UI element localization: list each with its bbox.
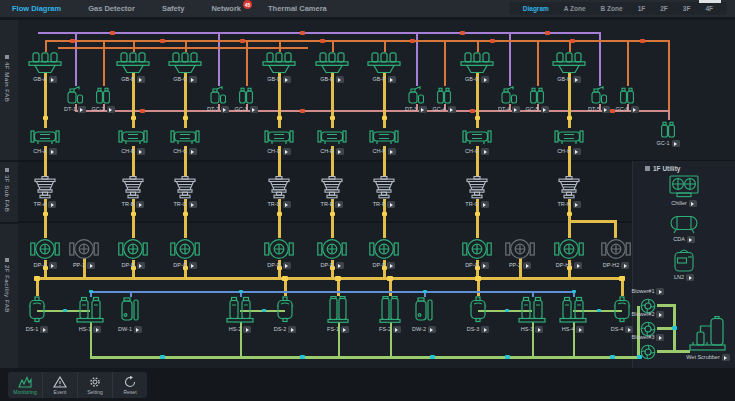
equipment-label-text: DP-E: [320, 263, 333, 269]
ds-3-open-button[interactable]: [481, 326, 489, 333]
nav-item-flow-diagram[interactable]: Flow Diagram: [12, 4, 61, 13]
equipment-label-text: CH-F: [372, 149, 385, 155]
tr-d-open-button[interactable]: [283, 201, 291, 208]
setting-button[interactable]: Setting: [78, 372, 113, 398]
gc-4-open-button[interactable]: [448, 106, 456, 113]
gb-a-open-button[interactable]: [49, 76, 57, 83]
ch-b-open-button[interactable]: [137, 148, 145, 155]
dw-1-open-button[interactable]: [134, 326, 142, 333]
chiller-open-button[interactable]: [689, 200, 697, 207]
tr-h-open-button[interactable]: [573, 201, 581, 208]
gb-e-open-button[interactable]: [336, 76, 344, 83]
tab-1f[interactable]: 1F: [638, 5, 646, 12]
wet-scrubber-open-button[interactable]: [722, 354, 730, 361]
gc-6-open-button[interactable]: [631, 106, 639, 113]
ds-4-open-button[interactable]: [625, 326, 633, 333]
pipe-segment-orange: [45, 40, 47, 52]
blower-3-open-button[interactable]: [656, 334, 664, 341]
ch-icon: [30, 128, 60, 146]
play-icon: [575, 150, 578, 154]
pp-1-open-button[interactable]: [87, 262, 95, 269]
tr-a-open-button[interactable]: [48, 201, 56, 208]
gc-5-open-button[interactable]: [541, 106, 549, 113]
tab-2f[interactable]: 2F: [660, 5, 668, 12]
fs-icon: [379, 296, 401, 324]
tr-b-open-button[interactable]: [136, 201, 144, 208]
gb-f-open-button[interactable]: [388, 76, 396, 83]
dp-h1-open-button[interactable]: [574, 262, 582, 269]
ds-icon: [28, 296, 46, 324]
equipment-label-text: Wet Scrubber: [686, 355, 720, 361]
reset-button[interactable]: Reset: [113, 372, 147, 398]
equipment-label-text: CH-B: [121, 149, 134, 155]
tr-g-open-button[interactable]: [481, 201, 489, 208]
ch-h-open-button[interactable]: [573, 148, 581, 155]
equipment-label-gb-g: GB-G: [445, 76, 509, 83]
ds-2-open-button[interactable]: [288, 326, 296, 333]
fs-1-open-button[interactable]: [341, 326, 349, 333]
pipe-segment-orange: [477, 40, 479, 52]
tab-4f[interactable]: 4F: [705, 5, 713, 12]
gc-2-open-button[interactable]: [107, 106, 115, 113]
nav-item-safety[interactable]: Safety: [162, 4, 185, 13]
gc-3-open-button[interactable]: [250, 106, 258, 113]
event-button[interactable]: Event: [43, 372, 78, 398]
equipment-label-text: TR-G: [465, 202, 478, 208]
dp-e-open-button[interactable]: [336, 262, 344, 269]
ln2-open-button[interactable]: [686, 274, 694, 281]
gb-b-open-button[interactable]: [137, 76, 145, 83]
ds-1-open-button[interactable]: [40, 326, 48, 333]
blower-1-open-button[interactable]: [656, 288, 664, 295]
play-icon: [543, 108, 546, 112]
tab-a-zone[interactable]: A Zone: [564, 5, 586, 12]
dp-b-open-button[interactable]: [137, 262, 145, 269]
hs-4-open-button[interactable]: [576, 326, 584, 333]
ch-g-open-button[interactable]: [481, 148, 489, 155]
dp-f-open-button[interactable]: [387, 262, 395, 269]
play-icon: [90, 264, 93, 268]
gb-h-open-button[interactable]: [573, 76, 581, 83]
tab-diagram[interactable]: Diagram: [523, 5, 549, 12]
play-icon: [575, 78, 578, 82]
equipment-label-blower-2: Blower#2: [616, 311, 680, 318]
nav-item-network[interactable]: Network 45: [211, 4, 241, 13]
pipe-connector-dot: [545, 31, 550, 35]
cda-open-button[interactable]: [687, 236, 695, 243]
gb-c-open-button[interactable]: [189, 76, 197, 83]
gb-icon: [459, 52, 495, 74]
ch-e-open-button[interactable]: [336, 148, 344, 155]
pipe-segment-yellow: [36, 280, 39, 296]
hs-2-open-button[interactable]: [243, 326, 251, 333]
dp-d-open-button[interactable]: [283, 262, 291, 269]
blower-2-open-button[interactable]: [656, 311, 664, 318]
dw-2-open-button[interactable]: [428, 326, 436, 333]
nav-item-gas-detector[interactable]: Gas Detector: [88, 4, 135, 13]
ch-c-open-button[interactable]: [189, 148, 197, 155]
tab-3f[interactable]: 3F: [683, 5, 691, 12]
tab-b-zone[interactable]: B Zone: [601, 5, 623, 12]
nav-item-thermal-camera[interactable]: Thermal Camera: [268, 4, 327, 13]
equipment-label-text: GC-3: [234, 107, 247, 113]
gb-g-open-button[interactable]: [481, 76, 489, 83]
pipe-segment-orange: [185, 40, 187, 52]
play-icon: [285, 150, 288, 154]
tr-icon: [33, 176, 57, 199]
ch-d-open-button[interactable]: [283, 148, 291, 155]
bottom-toolbar: Monitoring Event Setting: [0, 368, 735, 401]
pp-2-open-button[interactable]: [523, 262, 531, 269]
tr-c-open-button[interactable]: [189, 201, 197, 208]
tr-e-open-button[interactable]: [335, 201, 343, 208]
ch-f-open-button[interactable]: [388, 148, 396, 155]
gb-d-open-button[interactable]: [283, 76, 291, 83]
dp-h2-open-button[interactable]: [621, 262, 629, 269]
gc-1-open-button[interactable]: [672, 140, 680, 147]
dp-c-open-button[interactable]: [189, 262, 197, 269]
pipe-segment-pink: [668, 110, 670, 120]
play-icon: [526, 264, 529, 268]
ch-a-open-button[interactable]: [49, 148, 57, 155]
tr-f-open-button[interactable]: [387, 201, 395, 208]
chiller-icon: [669, 174, 699, 198]
play-icon: [252, 108, 255, 112]
monitoring-button[interactable]: Monitoring: [8, 372, 43, 398]
dp-icon: [118, 238, 148, 260]
